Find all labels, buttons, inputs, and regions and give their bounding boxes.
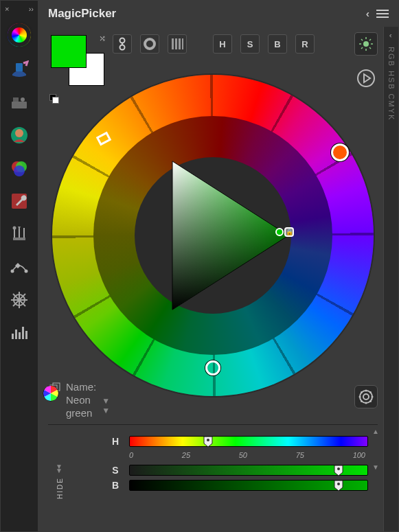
sliders-collapse-down-icon[interactable]: ▼	[372, 463, 379, 471]
swap-colors-icon[interactable]: ⤭	[99, 34, 106, 43]
rail-brushes-icon[interactable]	[5, 219, 33, 249]
brightness-icon[interactable]	[354, 32, 378, 56]
color-schemes-icon[interactable]	[41, 384, 60, 403]
slider-h-label: H	[110, 436, 121, 447]
svg-rect-30	[179, 38, 181, 49]
svg-point-27	[145, 39, 155, 49]
sv-triangle[interactable]	[132, 154, 294, 316]
slider-s-row: S	[58, 465, 368, 476]
right-mode-rail: ›› RGB HSB CMYK	[383, 27, 398, 531]
rail-equalizer-icon[interactable]	[5, 318, 33, 348]
slider-b-row: B	[58, 480, 368, 491]
hamburger-menu-icon[interactable]	[376, 10, 389, 18]
slider-h-row: H	[58, 436, 368, 447]
hsb-sliders: ▼▼ HIDE ▲ ▼ H 0255075100	[48, 424, 378, 505]
main-panel: MagicPicker ‹‹ ⤭	[38, 1, 398, 531]
svg-rect-28	[172, 38, 174, 49]
app-logo-icon[interactable]	[5, 21, 33, 49]
rail-portrait-icon[interactable]	[5, 120, 33, 150]
slider-b-track[interactable]	[129, 480, 368, 491]
svg-point-32	[363, 41, 369, 47]
collapse-panel-icon[interactable]: ‹‹	[366, 8, 367, 19]
svg-rect-19	[12, 334, 14, 339]
svg-point-10	[13, 227, 16, 230]
color-wheel[interactable]: 🔒	[48, 71, 378, 400]
rail-magic-hat-icon[interactable]	[5, 54, 33, 84]
svg-point-52	[369, 400, 372, 402]
svg-rect-31	[182, 38, 183, 49]
rail-wrench-icon[interactable]	[5, 186, 33, 216]
left-tool-rail: × ››	[1, 1, 38, 531]
rail-pen-curve-icon[interactable]	[5, 252, 33, 282]
svg-rect-21	[19, 332, 21, 339]
rail-rgb-venn-icon[interactable]	[5, 153, 33, 183]
expand-icon[interactable]: ››	[29, 5, 34, 13]
svg-point-8	[14, 165, 25, 176]
slider-b-label: B	[110, 480, 121, 491]
slider-h-track[interactable]	[129, 436, 368, 447]
mode-h-button[interactable]: H	[213, 34, 232, 54]
svg-rect-22	[22, 327, 24, 339]
svg-rect-1	[12, 102, 27, 108]
svg-point-24	[120, 38, 125, 43]
ring-mode-icon[interactable]	[140, 34, 159, 54]
svg-line-40	[361, 47, 363, 49]
hide-arrows-icon[interactable]: ▼▼	[56, 465, 62, 473]
mode-button-row: H S B R	[113, 32, 378, 56]
svg-point-57	[337, 483, 340, 485]
svg-point-3	[21, 97, 25, 102]
foreground-swatch[interactable]	[51, 35, 87, 68]
mode-r-button[interactable]: R	[295, 34, 315, 54]
svg-point-11	[11, 270, 14, 273]
mode-b-button[interactable]: B	[268, 34, 287, 54]
panel-body: ⤭ H S B R	[38, 27, 398, 531]
titlebar: MagicPicker ‹‹	[38, 1, 398, 27]
slider-s-label: S	[110, 465, 121, 476]
slider-s-track[interactable]	[129, 465, 368, 476]
app-root: × ›› MagicPicker ‹‹	[0, 0, 399, 532]
link-mode-icon[interactable]	[113, 34, 132, 54]
rail-hardware-icon[interactable]	[5, 87, 33, 117]
svg-line-39	[369, 39, 371, 41]
sliders-collapse-up-icon[interactable]: ▲	[372, 428, 379, 435]
colorspace-label[interactable]: RGB HSB CMYK	[387, 47, 396, 121]
mode-s-button[interactable]: S	[240, 34, 260, 54]
canvas-column: ⤭ H S B R	[38, 27, 383, 531]
hide-label[interactable]: HIDE	[56, 477, 64, 499]
slider-scale: 0255075100	[58, 451, 368, 461]
complement-indicator-icon[interactable]	[331, 143, 349, 161]
stripes-mode-icon[interactable]	[168, 34, 187, 54]
svg-rect-2	[13, 97, 19, 102]
color-name-line2: green	[66, 407, 96, 419]
panel-title: MagicPicker	[48, 7, 116, 21]
svg-point-54	[361, 400, 363, 402]
svg-point-55	[207, 439, 209, 441]
svg-point-5	[15, 129, 23, 137]
svg-point-25	[120, 45, 125, 50]
svg-point-12	[25, 270, 28, 273]
svg-rect-29	[175, 38, 177, 49]
rail-ship-wheel-icon[interactable]	[5, 285, 33, 315]
svg-line-37	[361, 39, 363, 41]
svg-point-56	[337, 467, 340, 470]
picked-color-lock-icon[interactable]: 🔒	[275, 227, 294, 237]
close-icon[interactable]: ×	[5, 5, 9, 13]
svg-point-18	[18, 299, 21, 302]
svg-rect-0	[16, 63, 23, 71]
svg-rect-23	[25, 331, 27, 339]
svg-rect-20	[15, 329, 17, 339]
svg-point-48	[365, 402, 367, 404]
triad-indicator-icon[interactable]	[205, 360, 220, 375]
svg-line-38	[369, 47, 371, 49]
